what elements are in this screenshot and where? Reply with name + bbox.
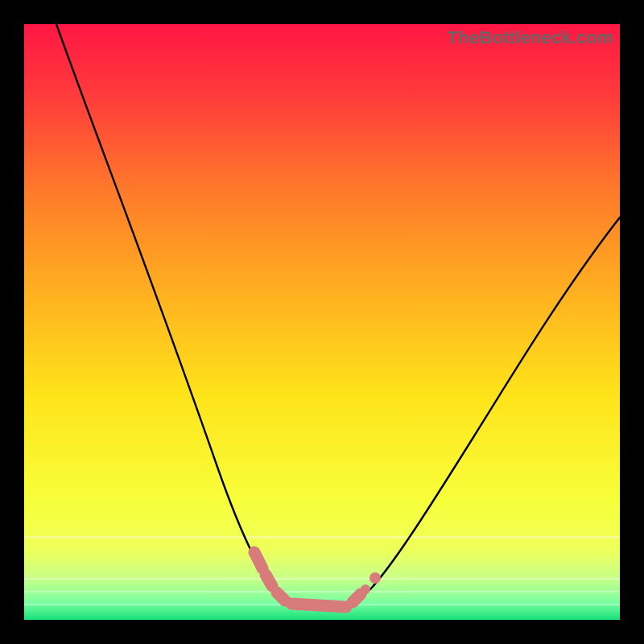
- svg-rect-1: [24, 578, 620, 580]
- svg-line-6: [277, 592, 285, 601]
- svg-rect-2: [24, 591, 620, 592]
- watermark-text: TheBottleneck.com: [448, 27, 613, 48]
- svg-line-7: [291, 604, 346, 607]
- chart-frame: TheBottleneck.com: [0, 0, 644, 644]
- bottleneck-chart-svg: [24, 24, 620, 620]
- gradient-background: [24, 24, 620, 620]
- svg-rect-0: [24, 536, 620, 539]
- svg-point-10: [361, 584, 370, 594]
- svg-point-9: [369, 572, 381, 584]
- chart-plot-area: TheBottleneck.com: [24, 24, 620, 620]
- svg-line-5: [266, 575, 272, 586]
- svg-line-4: [254, 552, 262, 568]
- svg-line-8: [353, 594, 361, 602]
